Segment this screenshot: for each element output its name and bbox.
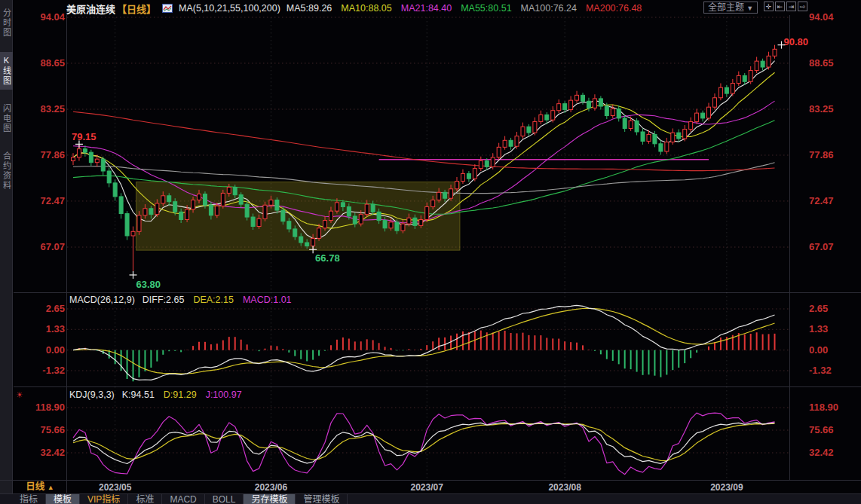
main-axis-label-left: 72.47 bbox=[15, 195, 65, 206]
main-axis-label-right: 72.47 bbox=[809, 195, 834, 206]
kdj-value-label: K:94.51 bbox=[122, 389, 155, 400]
chart-canvas[interactable] bbox=[0, 0, 861, 504]
macd-panel-title: MACD(26,12,9) DIFF:2.65DEA:2.15MACD:1.01 bbox=[69, 295, 292, 305]
macd-axis-label-left: 1.33 bbox=[15, 323, 65, 334]
macd-axis-label-left: -1.32 bbox=[15, 365, 65, 376]
kdj-title: KDJ(9,3,3) bbox=[69, 389, 115, 400]
price-annotation: 79.15 bbox=[72, 131, 97, 142]
macd-axis-label-left: 2.65 bbox=[15, 303, 65, 314]
tab-VIP指标[interactable]: VIP指标 bbox=[80, 494, 128, 504]
macd-axis-label-left: 0.00 bbox=[15, 344, 65, 356]
kdj-axis-label-left: 75.66 bbox=[15, 424, 65, 435]
macd-value-label: DIFF:2.65 bbox=[142, 295, 185, 305]
main-axis-label-left: 88.65 bbox=[15, 57, 65, 69]
main-axis-label-right: 94.04 bbox=[809, 11, 834, 23]
macd-title: MACD(26,12,9) bbox=[69, 295, 135, 305]
date-label: 2023/06 bbox=[248, 482, 293, 493]
tab-模板[interactable]: 模板 bbox=[46, 494, 80, 504]
macd-axis-label-right: 0.00 bbox=[809, 344, 828, 356]
main-axis-label-right: 67.07 bbox=[809, 241, 834, 252]
price-annotation: 66.78 bbox=[315, 252, 340, 264]
tabbar-spacer bbox=[0, 494, 12, 504]
period-label: 日线 bbox=[26, 481, 44, 492]
kdj-axis-label-left: 118.90 bbox=[15, 402, 65, 413]
main-axis-label-right: 88.65 bbox=[809, 57, 834, 69]
main-axis-label-right: 77.86 bbox=[809, 149, 834, 160]
macd-axis-label-right: -1.32 bbox=[809, 365, 832, 376]
kdj-value-label: D:91.29 bbox=[164, 389, 197, 400]
kdj-axis-label-right: 75.66 bbox=[809, 424, 834, 435]
main-axis-label-left: 77.86 bbox=[15, 149, 65, 160]
trading-terminal: 分时图K线图闪电图合约资料 美原油连续 【日线】 MA(5,10,21,55,1… bbox=[0, 0, 861, 504]
kdj-axis-label-right: 32.42 bbox=[809, 447, 834, 458]
tab-标准[interactable]: 标准 bbox=[128, 494, 162, 504]
panel-marker-icon[interactable]: ☀ bbox=[16, 390, 23, 400]
kdj-axis-label-right: 118.90 bbox=[809, 402, 838, 413]
kdj-panel-title: KDJ(9,3,3) K:94.51D:91.29J:100.97 bbox=[69, 389, 242, 400]
indicator-tab-bar: 指标模板VIP指标标准MACDBOLL另存模板管理模板 bbox=[0, 493, 861, 504]
tab-管理模板[interactable]: 管理模板 bbox=[296, 494, 348, 504]
date-label: 2023/08 bbox=[542, 482, 587, 493]
macd-value-label: DEA:2.15 bbox=[193, 295, 234, 305]
date-label: 2023/09 bbox=[704, 482, 749, 493]
main-axis-label-right: 83.25 bbox=[809, 103, 834, 115]
period-arrow-icon: ▲ bbox=[47, 484, 54, 491]
main-axis-label-left: 94.04 bbox=[15, 11, 65, 23]
price-annotation: 90.80 bbox=[784, 36, 809, 47]
tab-MACD[interactable]: MACD bbox=[162, 494, 204, 504]
date-label: 2023/07 bbox=[404, 482, 449, 493]
tab-BOLL[interactable]: BOLL bbox=[205, 494, 244, 504]
kdj-values: K:94.51D:91.29J:100.97 bbox=[122, 389, 242, 400]
tab-另存模板[interactable]: 另存模板 bbox=[244, 494, 296, 504]
main-axis-label-left: 83.25 bbox=[15, 103, 65, 115]
macd-axis-label-right: 2.65 bbox=[809, 303, 828, 314]
tab-指标[interactable]: 指标 bbox=[12, 494, 46, 504]
price-annotation: 63.80 bbox=[136, 279, 161, 290]
main-axis-label-left: 67.07 bbox=[15, 241, 65, 252]
selection-box bbox=[136, 182, 460, 250]
period-selector[interactable]: 日线 ▲ bbox=[14, 481, 67, 493]
macd-axis-label-right: 1.33 bbox=[809, 323, 828, 334]
date-label: 2023/05 bbox=[93, 482, 138, 493]
macd-values: DIFF:2.65DEA:2.15MACD:1.01 bbox=[142, 295, 292, 305]
macd-value-label: MACD:1.01 bbox=[243, 295, 292, 305]
kdj-value-label: J:100.97 bbox=[206, 389, 242, 400]
kdj-axis-label-left: 32.42 bbox=[15, 447, 65, 458]
